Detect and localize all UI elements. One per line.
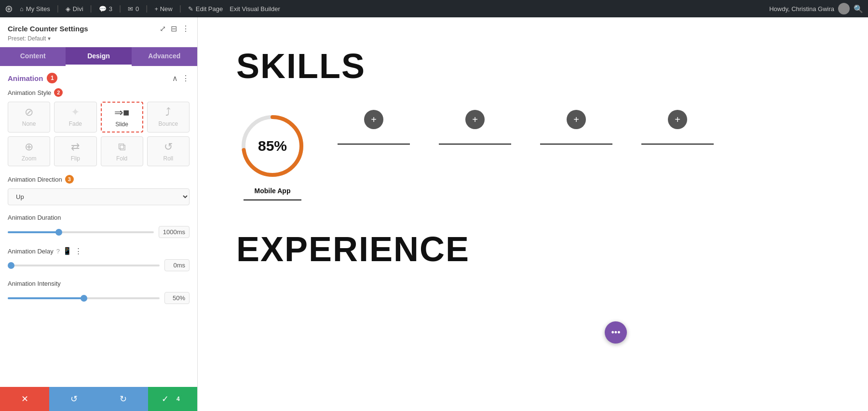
resize-icon[interactable]: ⤢ (160, 24, 166, 33)
save-badge: 4 (173, 394, 183, 404)
style-flip[interactable]: ⇄ Flip (54, 136, 96, 166)
section-header-right: ∧ ⋮ (172, 74, 190, 83)
plus-line-4 (641, 144, 714, 145)
delay-more-icon[interactable]: ⋮ (75, 247, 82, 255)
style-none[interactable]: ⊘ None (8, 102, 50, 133)
add-counter-4[interactable]: + (668, 110, 687, 129)
section-options-icon[interactable]: ⋮ (182, 74, 190, 83)
direction-select[interactable]: Up Down Left Right (8, 188, 190, 205)
none-label: None (22, 120, 36, 127)
intensity-value: 50% (164, 292, 190, 304)
flip-label: Flip (71, 155, 80, 162)
cancel-icon: ✕ (21, 394, 28, 404)
animation-intensity-group: Animation Intensity 50% (8, 280, 190, 304)
circle-container: 85% (236, 110, 309, 182)
fade-label: Fade (69, 120, 82, 127)
my-sites-menu[interactable]: ⌂ My Sites (20, 5, 50, 13)
animation-style-label: Animation Style 2 (8, 88, 190, 97)
style-roll[interactable]: ↺ Roll (147, 136, 190, 166)
pencil-icon: ✎ (188, 5, 193, 13)
ellipsis-icon: ••• (611, 328, 621, 338)
messages-menu[interactable]: ✉ 0 (128, 5, 139, 13)
panel-header: Circle Counter Settings ⤢ ⊟ ⋮ Preset: De… (0, 17, 197, 47)
counters-row: 85% Mobile App + + + + (236, 110, 829, 200)
add-counter-3[interactable]: + (567, 110, 586, 129)
search-icon[interactable]: 🔍 (854, 4, 863, 13)
animation-badge: 1 (47, 73, 57, 83)
add-counter-2[interactable]: + (465, 110, 485, 129)
plus-counter-3: + (540, 110, 612, 145)
main-counter: 85% Mobile App (236, 110, 309, 200)
style-bounce[interactable]: ⤴ Bounce (147, 102, 190, 133)
redo-button[interactable]: ↻ (99, 387, 148, 411)
panel-title: Circle Counter Settings (8, 25, 88, 33)
animation-section-header: Animation 1 ∧ ⋮ (8, 66, 190, 88)
plus-counter-4: + (641, 110, 714, 145)
intensity-slider[interactable] (8, 297, 160, 299)
new-button[interactable]: + New (154, 5, 172, 13)
tab-content[interactable]: Content (0, 47, 66, 66)
animation-style-grid: ⊘ None ✦ Fade ⇒■ Slide ⤴ Bounce (8, 102, 190, 166)
add-counter-1[interactable]: + (364, 110, 383, 129)
style-badge: 2 (54, 88, 63, 97)
collapse-icon[interactable]: ∧ (172, 74, 178, 83)
counter-line (244, 199, 301, 200)
animation-duration-label: Animation Duration (8, 214, 190, 221)
divi-icon: ◈ (66, 5, 70, 13)
circle-percent: 85% (258, 138, 287, 154)
animation-duration-group: Animation Duration 1000ms (8, 214, 190, 238)
mobile-device-icon[interactable]: 📱 (63, 247, 72, 255)
house-icon: ⌂ (20, 5, 24, 13)
delay-label-row: Animation Delay ? 📱 ⋮ (8, 247, 190, 255)
tab-design[interactable]: Design (66, 47, 131, 66)
style-zoom[interactable]: ⊕ Zoom (8, 136, 50, 166)
style-fold[interactable]: ⧉ Fold (101, 136, 143, 166)
style-fade[interactable]: ✦ Fade (54, 102, 96, 133)
user-menu[interactable]: Howdy, Christina Gwira 🔍 (769, 3, 863, 14)
preset-dropdown-icon[interactable]: ▾ (48, 35, 51, 42)
save-check-icon: ✓ (162, 394, 169, 404)
duration-slider[interactable] (8, 231, 154, 233)
duration-value: 1000ms (159, 226, 190, 238)
avatar (838, 3, 850, 14)
animation-delay-label: Animation Delay (8, 248, 54, 255)
redo-icon: ↻ (120, 394, 127, 404)
panel-subtitle: Preset: Default ▾ (8, 35, 190, 42)
duration-fill (8, 231, 59, 233)
save-button[interactable]: ✓ 4 (148, 387, 197, 411)
animation-style-group: Animation Style 2 ⊘ None ✦ Fade ⇒■ Slide (8, 88, 190, 166)
help-icon[interactable]: ? (56, 248, 60, 255)
plus-line-3 (540, 144, 612, 145)
floating-menu-button[interactable]: ••• (605, 321, 627, 344)
wordpress-icon[interactable]: ⊛ (5, 3, 13, 14)
message-icon: ✉ (128, 5, 133, 13)
right-content: SKILLS 85% Mobile App + + (198, 17, 868, 411)
fold-icon: ⧉ (118, 142, 126, 152)
cancel-button[interactable]: ✕ (0, 387, 49, 411)
delay-slider[interactable] (8, 265, 160, 266)
exit-builder-button[interactable]: Exit Visual Builder (230, 5, 280, 13)
more-options-icon[interactable]: ⋮ (182, 24, 190, 33)
main-layout: Circle Counter Settings ⤢ ⊟ ⋮ Preset: De… (0, 17, 868, 411)
none-icon: ⊘ (25, 107, 33, 118)
edit-page-button[interactable]: ✎ Edit Page (188, 5, 223, 13)
divi-menu[interactable]: ◈ Divi (66, 5, 83, 13)
tab-advanced[interactable]: Advanced (132, 47, 197, 66)
animation-direction-label: Animation Direction 3 (8, 175, 190, 184)
fade-icon: ✦ (71, 107, 80, 118)
animation-section-title: Animation 1 (8, 73, 57, 83)
bottom-bar: ✕ ↺ ↻ ✓ 4 (0, 387, 197, 411)
slide-icon: ⇒■ (114, 107, 129, 118)
delay-thumb[interactable] (8, 262, 14, 269)
animation-delay-group: Animation Delay ? 📱 ⋮ 0ms (8, 247, 190, 271)
style-slide[interactable]: ⇒■ Slide (101, 102, 143, 133)
zoom-icon: ⊕ (25, 142, 33, 152)
slide-label: Slide (115, 121, 128, 128)
animation-intensity-label: Animation Intensity (8, 280, 190, 287)
intensity-thumb[interactable] (81, 295, 87, 302)
columns-icon[interactable]: ⊟ (171, 24, 177, 33)
comments-menu[interactable]: 💬 3 (99, 5, 112, 13)
counter-label: Mobile App (255, 187, 291, 195)
duration-thumb[interactable] (55, 229, 62, 236)
undo-button[interactable]: ↺ (49, 387, 98, 411)
